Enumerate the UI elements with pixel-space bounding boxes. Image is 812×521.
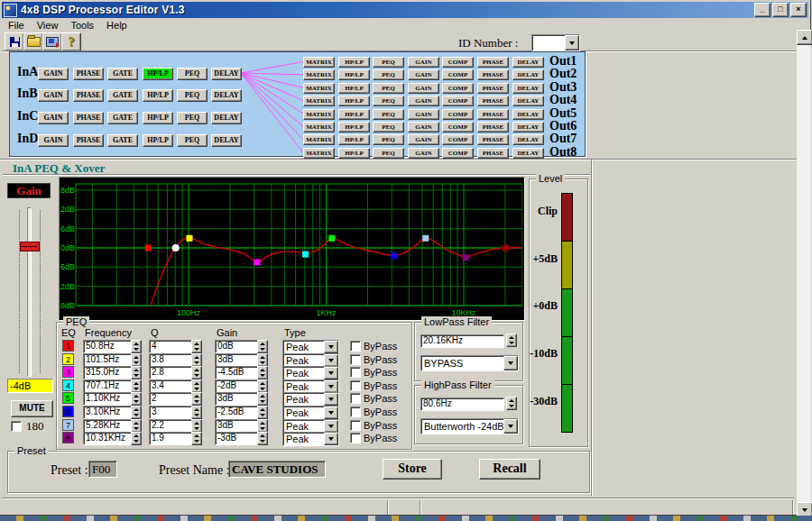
store-button[interactable]: Store — [383, 459, 442, 480]
gain-input-2[interactable]: 3dB — [215, 353, 259, 367]
output-out5-phase-button[interactable]: PHASE — [477, 109, 509, 120]
bypass-checkbox-5[interactable] — [350, 393, 361, 404]
output-out2-comp-button[interactable]: COMP — [442, 69, 474, 80]
output-out4-matrix-button[interactable]: MATRIX — [303, 96, 335, 106]
gain-spinner-1[interactable] — [257, 340, 268, 353]
marker-eq1[interactable] — [145, 245, 152, 251]
input-ina-gate-button[interactable]: GATE — [107, 68, 138, 80]
gain-input-7[interactable]: 3dB — [215, 419, 259, 433]
output-out7-phase-button[interactable]: PHASE — [477, 134, 509, 145]
lowpass-frequency-input[interactable]: 20.16KHz — [420, 334, 504, 348]
output-out7-matrix-button[interactable]: MATRIX — [303, 134, 335, 145]
output-out8-matrix-button[interactable]: MATRIX — [303, 148, 335, 159]
frequency-input-6[interactable]: 3.10KHz — [83, 406, 133, 419]
input-ind-delay-button[interactable]: DELAY — [211, 134, 242, 147]
q-spinner-7[interactable] — [191, 419, 202, 433]
gain-input-8[interactable]: -3dB — [215, 432, 259, 445]
output-out8-delay-button[interactable]: DELAY — [512, 148, 544, 159]
gain-spinner-8[interactable] — [257, 432, 268, 445]
help-button[interactable]: ? — [61, 32, 81, 51]
input-inc-gate-button[interactable]: GATE — [107, 112, 138, 124]
input-inb-hplp-button[interactable]: HP/LP — [143, 89, 173, 102]
recall-button[interactable]: Recall — [479, 459, 540, 480]
output-out3-delay-button[interactable]: DELAY — [512, 83, 544, 94]
output-out3-matrix-button[interactable]: MATRIX — [303, 83, 335, 94]
chevron-down-icon[interactable] — [503, 419, 518, 434]
q-input-3[interactable]: 2.8 — [149, 366, 193, 379]
input-inc-hplp-button[interactable]: HP/LP — [143, 112, 173, 124]
menu-view[interactable]: View — [31, 19, 65, 32]
chevron-down-icon[interactable] — [324, 341, 338, 353]
gain-spinner-3[interactable] — [257, 366, 268, 379]
output-out3-hplp-button[interactable]: HP/LP — [338, 83, 370, 94]
chevron-down-icon[interactable] — [324, 354, 338, 367]
q-input-8[interactable]: 1.9 — [149, 432, 193, 445]
input-ina-phase-button[interactable]: PHASE — [73, 68, 104, 80]
gain-slider-handle[interactable] — [20, 242, 40, 251]
output-out5-comp-button[interactable]: COMP — [442, 109, 474, 120]
marker-eq6[interactable] — [391, 252, 397, 259]
q-spinner-1[interactable] — [191, 340, 202, 353]
menu-tools[interactable]: Tools — [64, 19, 100, 32]
type-select-2[interactable]: Peak — [282, 353, 339, 368]
output-out3-comp-button[interactable]: COMP — [442, 83, 474, 94]
output-out8-comp-button[interactable]: COMP — [442, 148, 474, 159]
output-out7-peq-button[interactable]: PEQ — [373, 134, 404, 145]
chevron-down-icon[interactable] — [324, 367, 338, 379]
marker-eq5[interactable] — [328, 235, 335, 242]
gain-spinner-2[interactable] — [257, 353, 268, 367]
output-out6-delay-button[interactable]: DELAY — [512, 122, 544, 133]
type-select-4[interactable]: Peak — [282, 379, 339, 394]
type-select-8[interactable]: Peak — [282, 432, 339, 446]
output-out1-matrix-button[interactable]: MATRIX — [303, 57, 335, 68]
input-ind-phase-button[interactable]: PHASE — [73, 134, 104, 147]
bypass-checkbox-6[interactable] — [350, 407, 361, 417]
bypass-checkbox-7[interactable] — [350, 420, 361, 431]
output-out5-peq-button[interactable]: PEQ — [373, 109, 404, 120]
output-out2-phase-button[interactable]: PHASE — [477, 69, 509, 80]
output-out2-hplp-button[interactable]: HP/LP — [338, 69, 370, 80]
output-out6-peq-button[interactable]: PEQ — [373, 122, 404, 133]
input-ind-hplp-button[interactable]: HP/LP — [143, 134, 173, 147]
gain-input-5[interactable]: 3dB — [215, 392, 259, 406]
input-ind-gate-button[interactable]: GATE — [107, 134, 138, 147]
input-inb-phase-button[interactable]: PHASE — [73, 89, 104, 102]
output-out4-peq-button[interactable]: PEQ — [373, 96, 404, 106]
minimize-button[interactable]: _ — [754, 3, 770, 17]
output-out1-peq-button[interactable]: PEQ — [373, 57, 404, 68]
close-button[interactable]: × — [790, 3, 807, 17]
frequency-spinner-1[interactable] — [131, 340, 142, 353]
type-select-1[interactable]: Peak — [282, 340, 339, 354]
chevron-down-icon[interactable] — [324, 420, 338, 433]
gain-input-4[interactable]: -2dB — [215, 379, 259, 393]
type-select-7[interactable]: Peak — [282, 419, 339, 434]
highpass-frequency-spinner[interactable] — [506, 397, 517, 410]
output-out8-gain-button[interactable]: GAIN — [408, 148, 439, 159]
output-out1-comp-button[interactable]: COMP — [442, 57, 474, 68]
marker-eq4[interactable] — [302, 251, 309, 258]
output-out4-phase-button[interactable]: PHASE — [477, 96, 509, 106]
output-out3-phase-button[interactable]: PHASE — [477, 83, 509, 94]
frequency-input-4[interactable]: 707.1Hz — [83, 379, 133, 393]
gain-spinner-4[interactable] — [257, 379, 268, 393]
output-out3-gain-button[interactable]: GAIN — [408, 83, 439, 94]
bypass-checkbox-4[interactable] — [350, 380, 361, 391]
q-input-2[interactable]: 3.8 — [149, 353, 193, 367]
preset-number-field[interactable]: F00 — [88, 461, 117, 478]
open-button[interactable] — [23, 32, 43, 51]
bypass-checkbox-1[interactable] — [350, 341, 361, 352]
input-ina-peq-button[interactable]: PEQ — [177, 68, 208, 80]
frequency-input-7[interactable]: 5.28KHz — [83, 419, 133, 433]
output-out1-hplp-button[interactable]: HP/LP — [338, 57, 370, 68]
frequency-input-1[interactable]: 50.8Hz — [83, 340, 133, 353]
q-input-7[interactable]: 2.2 — [149, 419, 193, 433]
output-out2-matrix-button[interactable]: MATRIX — [303, 69, 335, 80]
eq-response-graph[interactable]: 100Hz1KHz10KHz18dB12dB6dB0dB-6dB-12dB-18… — [59, 177, 525, 321]
type-select-6[interactable]: Peak — [282, 406, 339, 420]
gain-input-3[interactable]: -4.5dB — [215, 366, 259, 379]
q-spinner-4[interactable] — [191, 379, 202, 393]
output-out4-hplp-button[interactable]: HP/LP — [338, 96, 370, 106]
maximize-button[interactable]: □ — [772, 3, 789, 17]
output-out2-delay-button[interactable]: DELAY — [512, 69, 544, 80]
input-inb-peq-button[interactable]: PEQ — [177, 89, 208, 102]
